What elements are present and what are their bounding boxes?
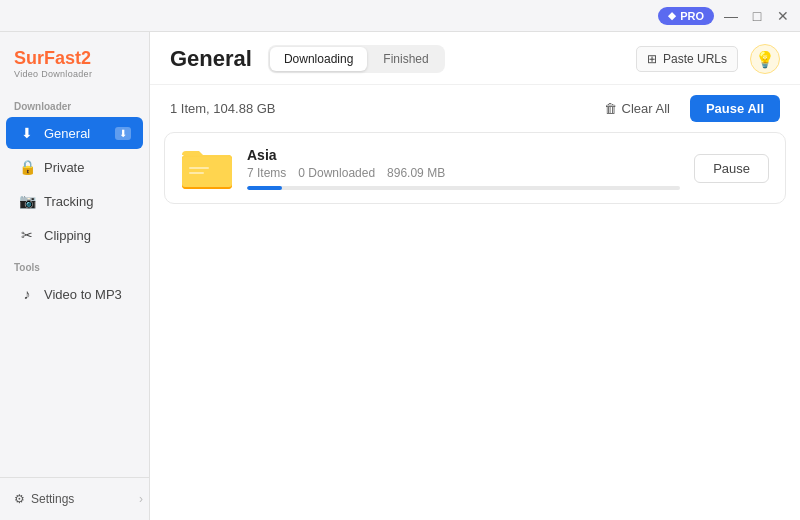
page-title: General <box>170 46 252 72</box>
header-left: General Downloading Finished <box>170 45 445 73</box>
app-body: SurFast2 Video Downloader Downloader ⬇ G… <box>0 32 800 520</box>
lock-icon: 🔒 <box>18 159 36 175</box>
settings-area: ⚙ Settings › <box>0 477 149 520</box>
download-icon: ⬇ <box>18 125 36 141</box>
folder-icon <box>181 145 233 191</box>
tab-group: Downloading Finished <box>268 45 445 73</box>
title-bar: ◆ PRO — □ ✕ <box>0 0 800 32</box>
action-buttons: 🗑 Clear All Pause All <box>594 95 780 122</box>
item-info: Asia 7 Items 0 Downloaded 896.09 MB <box>247 147 680 190</box>
sidebar: SurFast2 Video Downloader Downloader ⬇ G… <box>0 32 150 520</box>
main-content: General Downloading Finished ⊞ Paste URL… <box>150 32 800 520</box>
minimize-button[interactable]: — <box>722 7 740 25</box>
music-icon: ♪ <box>18 286 36 302</box>
scissors-icon: ✂ <box>18 227 36 243</box>
sidebar-item-private[interactable]: 🔒 Private <box>6 151 143 183</box>
sidebar-item-video-to-mp3[interactable]: ♪ Video to MP3 <box>6 278 143 310</box>
download-list: Asia 7 Items 0 Downloaded 896.09 MB Paus… <box>150 132 800 520</box>
pro-badge[interactable]: ◆ PRO <box>658 7 714 25</box>
progress-bar-bg <box>247 186 680 190</box>
gear-icon: ⚙ <box>14 492 25 506</box>
header-right: ⊞ Paste URLs 💡 <box>636 44 780 74</box>
camera-icon: 📷 <box>18 193 36 209</box>
paste-urls-button[interactable]: ⊞ Paste URLs <box>636 46 738 72</box>
sidebar-item-general[interactable]: ⬇ General ⬇ <box>6 117 143 149</box>
bulb-button[interactable]: 💡 <box>750 44 780 74</box>
svg-rect-4 <box>189 172 204 174</box>
general-badge: ⬇ <box>115 127 131 140</box>
svg-rect-3 <box>189 167 209 169</box>
close-button[interactable]: ✕ <box>774 7 792 25</box>
logo-subtitle: Video Downloader <box>14 69 135 79</box>
clear-all-button[interactable]: 🗑 Clear All <box>594 96 680 121</box>
item-downloaded: 0 Downloaded <box>298 166 375 180</box>
pause-all-button[interactable]: Pause All <box>690 95 780 122</box>
downloader-section-label: Downloader <box>0 91 149 116</box>
item-name: Asia <box>247 147 680 163</box>
main-header: General Downloading Finished ⊞ Paste URL… <box>150 32 800 85</box>
sidebar-item-tracking[interactable]: 📷 Tracking <box>6 185 143 217</box>
paste-icon: ⊞ <box>647 52 657 66</box>
info-bar: 1 Item, 104.88 GB 🗑 Clear All Pause All <box>150 85 800 132</box>
sidebar-item-clipping[interactable]: ✂ Clipping <box>6 219 143 251</box>
tools-section-label: Tools <box>0 252 149 277</box>
bulb-icon: 💡 <box>755 50 775 69</box>
trash-icon: 🗑 <box>604 101 617 116</box>
tab-downloading[interactable]: Downloading <box>270 47 367 71</box>
progress-bar-fill <box>247 186 282 190</box>
settings-button[interactable]: ⚙ Settings <box>6 486 82 512</box>
logo-area: SurFast2 Video Downloader <box>0 32 149 91</box>
logo-title: SurFast2 <box>14 48 135 69</box>
tab-finished[interactable]: Finished <box>369 47 442 71</box>
table-row: Asia 7 Items 0 Downloaded 896.09 MB Paus… <box>164 132 786 204</box>
svg-rect-2 <box>182 157 232 187</box>
item-meta: 7 Items 0 Downloaded 896.09 MB <box>247 166 680 180</box>
item-count-meta: 7 Items <box>247 166 286 180</box>
item-count: 1 Item, 104.88 GB <box>170 101 276 116</box>
item-action: Pause <box>694 154 769 183</box>
pause-item-button[interactable]: Pause <box>694 154 769 183</box>
diamond-icon: ◆ <box>668 10 676 21</box>
maximize-button[interactable]: □ <box>748 7 766 25</box>
chevron-right-icon: › <box>139 492 143 506</box>
item-size: 896.09 MB <box>387 166 445 180</box>
